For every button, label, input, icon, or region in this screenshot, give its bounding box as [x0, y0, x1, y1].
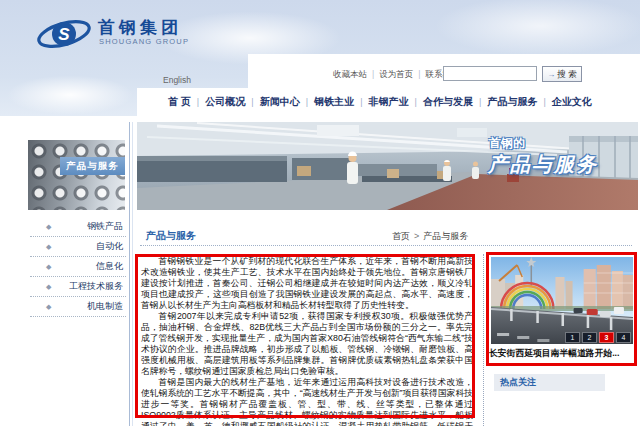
search-button-label: 搜 索 — [557, 69, 576, 79]
main-nav: 首 页| 公司概况| 新闻中心| 钢铁主业| 非钢产业| 合作与发展| 产品与服… — [168, 94, 592, 110]
nav-separator: | — [479, 97, 481, 107]
banner-title-line1: 首钢的 — [489, 135, 525, 152]
sidebar-item-engineering-services[interactable]: ◆工程技术服务 — [30, 277, 126, 297]
nav-item-steel-business[interactable]: 钢铁主业 — [314, 95, 354, 109]
diamond-icon: ◆ — [46, 257, 51, 276]
nav-separator: | — [543, 97, 545, 107]
nav-separator: | — [197, 97, 199, 107]
english-link[interactable]: English — [163, 75, 191, 85]
sidebar-title[interactable]: 产品与服务 — [60, 157, 125, 175]
nav-item-products-services[interactable]: 产品与服务 — [487, 95, 537, 109]
sidebar-item-label: 自动化 — [96, 241, 123, 251]
sidebar-item-steel-products[interactable]: ◆钢铁产品 — [30, 217, 126, 237]
nav-item-corporate-culture[interactable]: 企业文化 — [552, 95, 592, 109]
nav-item-cooperation-development[interactable]: 合作与发展 — [423, 95, 473, 109]
nav-item-home[interactable]: 首 页 — [168, 95, 191, 109]
link-set-homepage[interactable]: 设为首页 — [379, 69, 413, 79]
annotation-box-article — [135, 254, 475, 418]
link-separator: | — [372, 69, 374, 79]
sidebar-item-informatization[interactable]: ◆信息化 — [30, 257, 126, 277]
sidebar-divider-line-light — [132, 122, 133, 426]
annotation-box-slideshow — [486, 252, 637, 366]
brand-name-cn: 首钢集团 — [98, 16, 182, 39]
sidebar-item-automation[interactable]: ◆自动化 — [30, 237, 126, 257]
nav-item-company-overview[interactable]: 公司概况 — [205, 95, 245, 109]
sidebar-item-label: 工程技术服务 — [69, 281, 123, 291]
column-dotted-divider — [483, 254, 484, 426]
nav-item-non-steel-industry[interactable]: 非钢产业 — [369, 95, 409, 109]
page-background: S 首钢集团 SHOUGANG GROUP English 收藏本站|设为首页|… — [0, 0, 640, 426]
nav-separator: | — [306, 97, 308, 107]
hot-topics-title: 热点关注 — [494, 374, 605, 391]
breadcrumb-current: 产品与服务 — [423, 231, 468, 241]
hot-topics-bar: 热点关注 — [494, 374, 605, 391]
nav-item-news-center[interactable]: 新闻中心 — [260, 95, 300, 109]
sidebar-item-label: 信息化 — [96, 261, 123, 271]
search-input[interactable] — [443, 66, 537, 81]
brand-name-en: SHOUGANG GROUP — [99, 37, 189, 46]
diamond-icon: ◆ — [46, 237, 51, 256]
sidebar-menu: ◆钢铁产品 ◆自动化 ◆信息化 ◆工程技术服务 ◆机电制造 — [30, 217, 126, 317]
svg-text:S: S — [58, 25, 70, 44]
link-add-favorite[interactable]: 收藏本站 — [333, 69, 367, 79]
sidebar-item-electromechanical[interactable]: ◆机电制造 — [30, 297, 126, 317]
breadcrumb-separator: > — [414, 231, 419, 241]
top-links: 收藏本站|设为首页|联系我们 — [333, 69, 459, 81]
nav-separator: | — [415, 97, 417, 107]
banner-title-line2: 产品与服务 — [488, 151, 598, 178]
sidebar-divider-line — [129, 122, 130, 426]
breadcrumb: 首页>产品与服务 — [392, 230, 468, 243]
link-separator: | — [418, 69, 420, 79]
diamond-icon: ◆ — [46, 297, 51, 316]
sidebar-pipes-image — [28, 140, 125, 210]
header-dotted-rule — [140, 245, 632, 246]
search-arrow-icon: → — [547, 70, 555, 79]
sidebar-item-label: 机电制造 — [87, 301, 123, 311]
diamond-icon: ◆ — [46, 217, 51, 236]
nav-separator: | — [251, 97, 253, 107]
nav-separator: | — [360, 97, 362, 107]
search-button[interactable]: →搜 索 — [542, 66, 582, 82]
banner-factory-image: 首钢的 产品与服务 — [137, 122, 638, 210]
logo[interactable]: S 首钢集团 SHOUGANG GROUP — [36, 12, 216, 60]
page-title: 产品与服务 — [146, 229, 196, 243]
breadcrumb-home[interactable]: 首页 — [392, 231, 410, 241]
shougang-logo-icon: S — [36, 14, 92, 54]
sidebar-item-label: 钢铁产品 — [87, 221, 123, 231]
diamond-icon: ◆ — [46, 277, 51, 296]
